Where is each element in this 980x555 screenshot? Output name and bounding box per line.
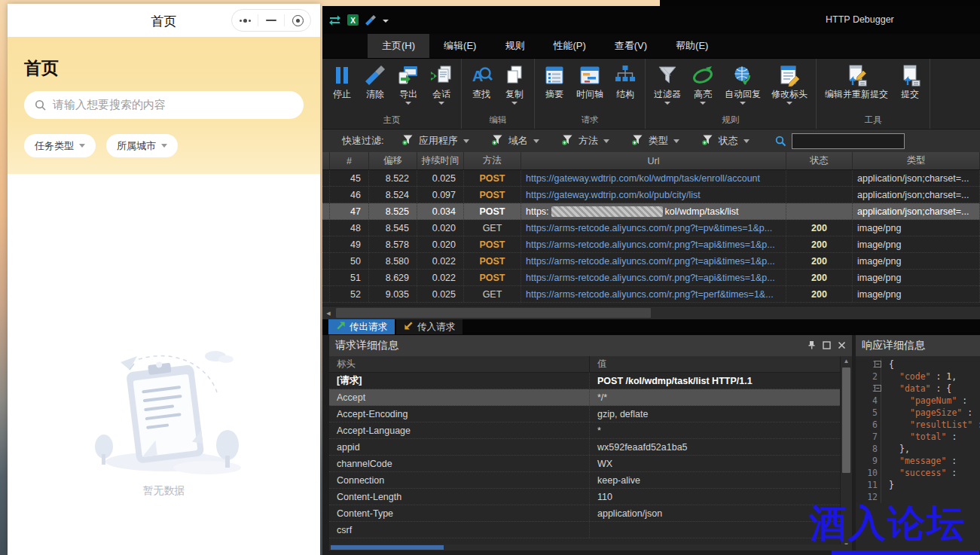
- search-input[interactable]: 请输入想要搜索的内容: [24, 91, 304, 119]
- minimize-icon[interactable]: [258, 10, 284, 31]
- ribbon-button[interactable]: 时间轴: [571, 62, 609, 105]
- dropdown-caret-icon[interactable]: [743, 139, 750, 143]
- ribbon-button[interactable]: 自动回复: [719, 62, 766, 105]
- menu-tab[interactable]: 帮助(E): [661, 34, 722, 58]
- sync-icon[interactable]: [328, 14, 341, 26]
- request-row[interactable]: 508.5800.022POSThttps://arms-retcode.ali…: [322, 253, 980, 270]
- dropdown-caret-icon[interactable]: [438, 102, 444, 105]
- header-row[interactable]: appidwx592feaafd52a1ba5: [329, 439, 852, 456]
- header-row[interactable]: Accept-Language*: [329, 422, 852, 439]
- dropdown-caret-icon[interactable]: [740, 102, 746, 105]
- http-debugger-window: X HTTP Debugger 主页(H)编辑(E)规则性能(P)查看(V)帮助…: [322, 6, 980, 555]
- scrollbar-thumb[interactable]: [842, 367, 850, 473]
- request-row[interactable]: 468.5240.097POSThttps://gateway.wdtrip.c…: [322, 187, 980, 203]
- header-row[interactable]: Content-Typeapplication/json: [329, 505, 852, 522]
- dropdown-caret-icon[interactable]: [786, 102, 792, 105]
- menu-tab[interactable]: 编辑(E): [429, 34, 490, 58]
- column-header[interactable]: 方法: [464, 152, 521, 169]
- header-row[interactable]: Connectionkeep-alive: [329, 472, 852, 489]
- more-icon[interactable]: [232, 10, 258, 31]
- menu-tab[interactable]: 性能(P): [539, 34, 600, 58]
- quick-filter-button[interactable]: 域名: [492, 134, 539, 148]
- stream-tab[interactable]: 传入请求: [396, 319, 463, 334]
- dropdown-caret-icon[interactable]: [664, 102, 670, 105]
- dropdown-caret-icon[interactable]: [533, 139, 539, 143]
- filter-plus-funnel-icon: [632, 134, 643, 148]
- scrollbar-thumb[interactable]: [336, 308, 651, 318]
- quick-search-input[interactable]: [792, 133, 905, 149]
- ribbon-group-label: 主页: [325, 114, 458, 129]
- header-row[interactable]: Accept-Encodinggzip, deflate: [329, 406, 852, 422]
- ribbon-button[interactable]: 复制: [498, 62, 531, 105]
- column-header[interactable]: #: [330, 152, 369, 169]
- dropdown-caret-icon[interactable]: [405, 102, 411, 105]
- scroll-left-icon[interactable]: ◄: [322, 310, 334, 317]
- quick-filter-button[interactable]: 方法: [562, 134, 609, 148]
- scrollbar-thumb[interactable]: [331, 545, 444, 550]
- ribbon-button-label: 编辑并重新提交: [825, 88, 888, 101]
- pin-icon[interactable]: [808, 340, 816, 351]
- column-header[interactable]: 值: [590, 356, 852, 372]
- request-row[interactable]: 488.5450.020GEThttps://arms-retcode.aliy…: [322, 220, 980, 236]
- menu-tab[interactable]: 主页(H): [368, 34, 429, 58]
- line-number: 1−: [856, 358, 878, 371]
- menu-tab[interactable]: 规则: [490, 34, 539, 58]
- ribbon-button[interactable]: 摘要: [538, 62, 571, 105]
- table-horizontal-scrollbar[interactable]: ◄: [322, 306, 980, 319]
- request-row[interactable]: 529.0350.025GEThttps://arms-retcode.aliy…: [322, 286, 980, 303]
- filter-pill[interactable]: 任务类型: [24, 134, 96, 157]
- response-json-viewer[interactable]: 1−23−456789101112 {"code" : 1,"data" : {…: [856, 356, 980, 503]
- cell-status: 200: [786, 270, 853, 285]
- request-row[interactable]: 478.5250.034POSThttps:kol/wdmp/task/list…: [322, 203, 980, 220]
- ribbon-button-label: 导出: [399, 88, 417, 101]
- brush-icon[interactable]: [365, 14, 377, 26]
- excel-icon[interactable]: X: [347, 14, 359, 26]
- dropdown-caret-icon[interactable]: [463, 139, 469, 143]
- ribbon-button[interactable]: 高亮: [686, 62, 719, 105]
- column-header[interactable]: Url: [521, 152, 786, 169]
- ribbon-button[interactable]: 提交: [893, 62, 927, 105]
- column-header[interactable]: 偏移: [369, 152, 417, 169]
- request-row[interactable]: 518.6290.022POSThttps://arms-retcode.ali…: [322, 270, 980, 286]
- fold-collapse-icon[interactable]: −: [875, 361, 881, 367]
- details-horizontal-scrollbar[interactable]: [329, 544, 852, 550]
- filter-pill-label: 任务类型: [35, 139, 74, 153]
- dropdown-caret-icon[interactable]: [700, 102, 706, 105]
- request-row[interactable]: 458.5220.025POSThttps://gateway.wdtrip.c…: [322, 170, 980, 187]
- quick-filter-button[interactable]: 应用程序: [402, 134, 469, 148]
- ribbon-button[interactable]: 编辑并重新提交: [820, 62, 893, 105]
- column-header[interactable]: 持续时间: [417, 152, 464, 169]
- close-icon[interactable]: [838, 341, 846, 351]
- filter-pill[interactable]: 所属城市: [106, 134, 178, 157]
- ribbon-button[interactable]: 结构: [609, 62, 642, 105]
- header-row[interactable]: channelCodeWX: [329, 456, 852, 472]
- maximize-icon[interactable]: [823, 341, 831, 351]
- menu-tab[interactable]: 查看(V): [600, 34, 661, 58]
- header-row[interactable]: Content-Length110: [329, 489, 852, 505]
- ribbon-button[interactable]: A查找: [465, 62, 498, 105]
- ribbon-button[interactable]: 停止: [325, 62, 359, 105]
- target-icon[interactable]: [285, 10, 310, 31]
- column-header[interactable]: 状态: [786, 152, 853, 169]
- scroll-up-icon[interactable]: ▲: [841, 356, 852, 367]
- fold-collapse-icon[interactable]: −: [875, 385, 881, 392]
- quick-filter-button[interactable]: 类型: [632, 134, 679, 148]
- column-header[interactable]: 类型: [853, 152, 980, 169]
- ribbon-button[interactable]: 清除: [359, 62, 392, 105]
- dropdown-caret-icon[interactable]: [511, 102, 517, 105]
- ribbon-button[interactable]: 会话: [425, 62, 458, 105]
- header-row[interactable]: [请求]POST /kol/wdmp/task/list HTTP/1.1: [329, 373, 852, 389]
- request-row[interactable]: 498.5780.020POSThttps://arms-retcode.ali…: [322, 236, 980, 253]
- dropdown-caret-icon[interactable]: [383, 20, 389, 23]
- ribbon-button[interactable]: 导出: [392, 62, 425, 105]
- column-header[interactable]: 标头: [329, 356, 590, 372]
- header-row[interactable]: csrf: [329, 522, 852, 538]
- stream-tab[interactable]: 传出请求: [328, 319, 395, 334]
- ribbon-button[interactable]: 修改标头: [766, 62, 813, 105]
- ribbon-button[interactable]: 过滤器: [649, 62, 686, 105]
- dropdown-caret-icon[interactable]: [603, 139, 609, 143]
- header-row[interactable]: Accept*/*: [329, 389, 852, 406]
- cell-url: https://gateway.wdtrip.com/kol/wdmp/task…: [521, 170, 786, 186]
- dropdown-caret-icon[interactable]: [673, 139, 679, 143]
- quick-filter-button[interactable]: 状态: [702, 134, 750, 148]
